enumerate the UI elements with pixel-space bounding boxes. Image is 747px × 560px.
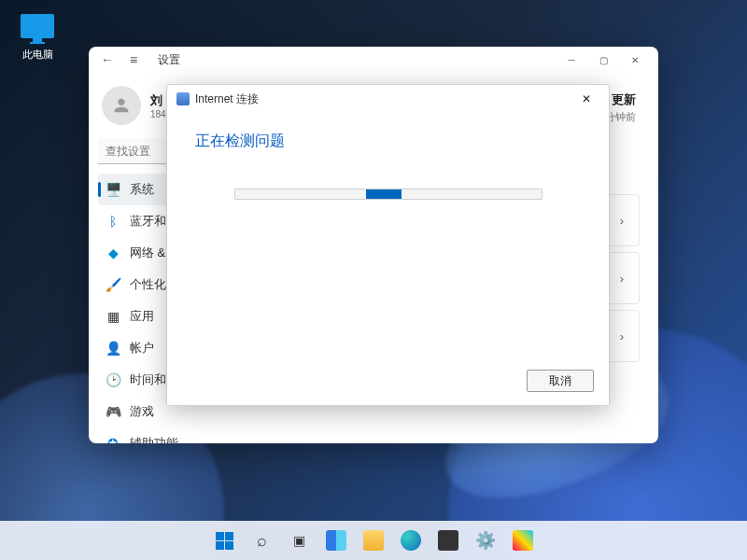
nav-label: 帐户 [130, 340, 154, 357]
troubleshooter-dialog: Internet 连接 ✕ 正在检测问题 取消 [166, 84, 610, 406]
chevron-right-icon: › [620, 214, 624, 228]
gaming-icon: 🎮 [106, 404, 120, 419]
time-icon: 🕑 [106, 372, 120, 387]
titlebar: ← ≡ 设置 ─ ▢ ✕ [89, 47, 658, 73]
nav-accessibility[interactable]: ✪辅助功能 [98, 427, 257, 443]
app-button[interactable] [507, 525, 539, 556]
minimize-button[interactable]: ─ [556, 47, 587, 73]
system-icon: 🖥️ [106, 182, 120, 197]
store-icon [438, 530, 458, 551]
monitor-icon [21, 14, 54, 38]
progress-bar [234, 189, 543, 200]
nav-label: 系统 [130, 181, 154, 198]
dialog-title: Internet 连接 [195, 91, 259, 107]
widgets-button[interactable] [320, 525, 352, 556]
settings-taskbar-button[interactable]: ⚙️ [470, 525, 501, 556]
windows-icon [216, 532, 233, 550]
edge-icon [401, 530, 421, 551]
accounts-icon: 👤 [106, 341, 120, 356]
menu-button[interactable]: ≡ [122, 52, 145, 67]
dialog-heading: 正在检测问题 [195, 132, 581, 151]
dialog-titlebar: Internet 连接 ✕ [167, 85, 609, 113]
nav-label: 应用 [130, 308, 154, 325]
back-button[interactable]: ← [96, 52, 119, 67]
profile-name: 刘 [150, 92, 166, 109]
taskview-icon: ▣ [293, 533, 305, 548]
progress-indicator [366, 189, 402, 199]
avatar [102, 86, 141, 125]
accessibility-icon: ✪ [106, 436, 120, 443]
start-button[interactable] [208, 525, 240, 556]
chevron-right-icon: › [620, 329, 624, 343]
dialog-close-button[interactable]: ✕ [573, 89, 599, 109]
desktop-icon-this-pc[interactable]: 此电脑 [14, 14, 61, 62]
search-icon: ⌕ [257, 531, 267, 551]
brush-icon: 🖌️ [106, 277, 120, 292]
widgets-icon [326, 530, 346, 551]
close-button[interactable]: ✕ [619, 47, 651, 73]
gear-icon: ⚙️ [475, 530, 496, 551]
taskbar: ⌕ ▣ ⚙️ [0, 521, 747, 560]
chevron-right-icon: › [620, 272, 624, 286]
explorer-button[interactable] [358, 525, 389, 556]
cancel-button[interactable]: 取消 [527, 370, 594, 392]
window-title: 设置 [158, 52, 180, 68]
app-icon [513, 530, 533, 551]
troubleshoot-icon [176, 92, 190, 105]
taskview-button[interactable]: ▣ [283, 525, 315, 556]
store-button[interactable] [432, 525, 464, 556]
folder-icon [363, 530, 384, 551]
desktop-icon-label: 此电脑 [14, 48, 61, 62]
search-button[interactable]: ⌕ [246, 525, 277, 556]
maximize-button[interactable]: ▢ [587, 47, 619, 73]
edge-button[interactable] [395, 525, 427, 556]
profile-sub: 184 [150, 109, 166, 119]
bluetooth-icon: ᛒ [106, 214, 120, 229]
nav-label: 游戏 [130, 403, 154, 420]
network-icon: ◆ [106, 245, 120, 260]
nav-label: 个性化 [130, 276, 166, 293]
apps-icon: ▦ [106, 309, 120, 324]
nav-label: 辅助功能 [130, 435, 178, 443]
